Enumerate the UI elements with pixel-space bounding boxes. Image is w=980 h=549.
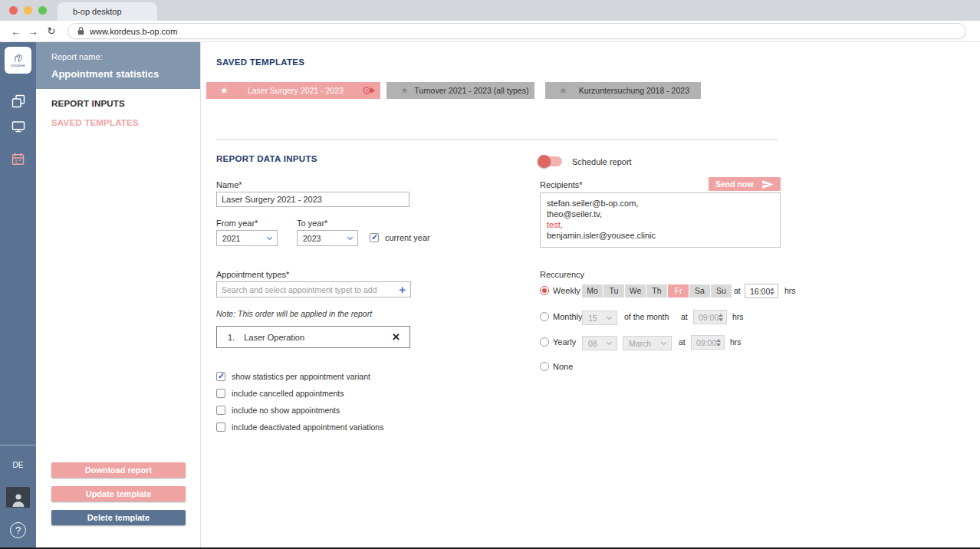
report-name-header: Report name: Appointment statistics — [36, 42, 200, 89]
schedule-toggle-row: Schedule report — [539, 156, 632, 166]
name-label: Name* — [216, 180, 242, 189]
at-label: at — [734, 284, 741, 298]
recipient-line: benjamin.isler@yousee.clinic — [547, 230, 774, 241]
statistics-variant-checkbox[interactable] — [216, 372, 225, 381]
close-window-button[interactable] — [9, 6, 18, 15]
report-data-inputs-heading: REPORT DATA INPUTS — [216, 154, 317, 163]
back-icon[interactable]: ← — [8, 25, 25, 38]
recipients-label: Recipients* — [540, 180, 583, 189]
day-chip-sa[interactable]: Sa — [689, 284, 710, 298]
at-label: at — [679, 335, 686, 350]
current-year-label: current year — [385, 233, 430, 242]
browser-tab-strip: b-op desktop — [0, 0, 980, 21]
monthly-time-input[interactable]: 09:00 — [693, 310, 727, 324]
user-avatar[interactable] — [6, 487, 30, 508]
appointment-types-label: Appointment types* — [216, 270, 289, 279]
recurrency-label: Reccurency — [540, 270, 584, 279]
appointment-type-search-input[interactable] — [216, 281, 411, 298]
remove-type-icon[interactable]: ✕ — [392, 331, 400, 343]
app-icon-rail: yousee — [0, 42, 36, 549]
day-chip-tu[interactable]: Tu — [603, 284, 624, 298]
minimize-window-button[interactable] — [24, 6, 32, 15]
add-type-icon[interactable]: + — [399, 283, 406, 296]
chevron-down-icon — [661, 339, 666, 344]
monthly-radio[interactable] — [540, 312, 549, 321]
day-chip-fr[interactable]: Fr — [668, 284, 689, 298]
schedule-report-label: Schedule report — [572, 157, 632, 166]
yearly-label: Yearly — [553, 335, 576, 350]
none-radio[interactable] — [540, 362, 549, 371]
report-name-input[interactable] — [216, 192, 409, 207]
rail-item-reports[interactable] — [0, 94, 36, 108]
checkbox-label: include cancelled appointments — [232, 389, 344, 398]
maximize-window-button[interactable] — [38, 6, 47, 15]
stepper-arrows-icon[interactable] — [719, 314, 723, 321]
day-chip-mo[interactable]: Mo — [582, 284, 603, 298]
yearly-time-input[interactable]: 09:00 — [691, 335, 725, 350]
forward-icon[interactable]: → — [25, 25, 41, 38]
deactivated-variations-checkbox[interactable] — [216, 422, 225, 432]
day-chip-we[interactable]: We — [625, 284, 646, 298]
weekly-time-input[interactable]: 16:00 — [745, 284, 778, 298]
day-chip-su[interactable]: Su — [711, 284, 732, 298]
yearly-month-select[interactable]: March — [623, 336, 672, 350]
delete-template-button[interactable]: Delete template — [51, 510, 186, 525]
lock-icon — [77, 27, 84, 35]
help-icon[interactable]: ? — [10, 522, 26, 538]
template-chip-kurzuntersuchung[interactable]: ★ Kurzuntersuchung 2018 - 2023 — [545, 82, 701, 99]
recipient-line-invalid: test, — [547, 219, 774, 230]
report-name-value: Appointment statistics — [51, 68, 185, 80]
hand-logo-icon — [12, 54, 25, 62]
sidebar-item-saved-templates[interactable]: SAVED TEMPLATES — [51, 118, 139, 127]
update-template-button[interactable]: Update template — [51, 486, 186, 501]
to-year-select[interactable]: 2023 — [297, 230, 358, 246]
chevron-down-icon — [607, 339, 612, 344]
day-chip-th[interactable]: Th — [646, 284, 667, 298]
section-divider — [216, 140, 778, 140]
send-icon — [762, 180, 774, 189]
toggle-knob — [538, 155, 551, 168]
rail-item-desktop[interactable] — [0, 120, 36, 133]
no-show-appointments-checkbox[interactable] — [216, 406, 225, 415]
selected-type-row[interactable]: 1. Laser Operation ✕ — [216, 326, 410, 348]
favorite-star-icon: ★ — [220, 85, 229, 96]
recipients-textarea[interactable]: stefan.seiler@b-op.com, theo@seiler.tv, … — [540, 192, 781, 248]
none-recurrence-row: None — [540, 360, 816, 374]
hrs-label: hrs — [730, 335, 742, 350]
chevron-down-icon — [607, 314, 612, 319]
yearly-day-value: 08 — [588, 339, 597, 348]
cancelled-appointments-checkbox[interactable] — [216, 389, 225, 398]
weekly-radio[interactable] — [540, 286, 549, 295]
address-bar[interactable]: www.kordeus.b-op.com — [67, 23, 966, 39]
report-sidebar: Report name: Appointment statistics REPO… — [36, 42, 201, 549]
schedule-report-toggle[interactable] — [539, 156, 562, 166]
monthly-label: Monthly — [553, 310, 583, 324]
template-chip-turnover[interactable]: ★ Turnover 2021 - 2023 (all types) — [386, 82, 534, 99]
from-year-select[interactable]: 2021 — [216, 230, 278, 246]
yousee-logo: yousee — [5, 47, 31, 74]
checkbox-row-cancelled: include cancelled appointments — [216, 389, 344, 398]
browser-tab[interactable]: b-op desktop — [58, 2, 157, 21]
language-switch[interactable]: DE — [0, 461, 36, 469]
download-report-button[interactable]: Download report — [51, 462, 186, 478]
browser-toolbar: ← → ↻ www.kordeus.b-op.com — [0, 21, 980, 42]
window-controls — [9, 6, 47, 15]
rail-item-calendar-active[interactable] — [0, 152, 36, 166]
current-year-checkbox[interactable] — [370, 233, 379, 242]
sidebar-item-report-inputs[interactable]: REPORT INPUTS — [51, 99, 125, 108]
recipient-line: theo@seiler.tv, — [547, 209, 774, 219]
weekly-recurrence-row: Weekly Mo Tu We Th Fr Sa Su at 16:00 hrs — [540, 284, 816, 298]
checkbox-row-no-show: include no show appointments — [216, 406, 340, 415]
yearly-month-value: March — [629, 339, 651, 348]
stepper-arrows-icon[interactable] — [716, 339, 721, 347]
reload-icon[interactable]: ↻ — [41, 25, 61, 37]
stepper-arrows-icon[interactable] — [770, 288, 774, 295]
favorite-star-icon: ★ — [559, 85, 567, 96]
tab-title: b-op desktop — [73, 7, 122, 16]
scheduled-send-icon[interactable] — [363, 85, 376, 96]
yearly-radio[interactable] — [540, 337, 549, 347]
yearly-day-select[interactable]: 08 — [582, 336, 617, 350]
template-chip-laser-surgery[interactable]: ★ Laser Surgery 2021 - 2023 — [206, 82, 380, 99]
send-now-button[interactable]: Send now — [709, 177, 781, 191]
monthly-day-select[interactable]: 15 — [582, 311, 617, 325]
